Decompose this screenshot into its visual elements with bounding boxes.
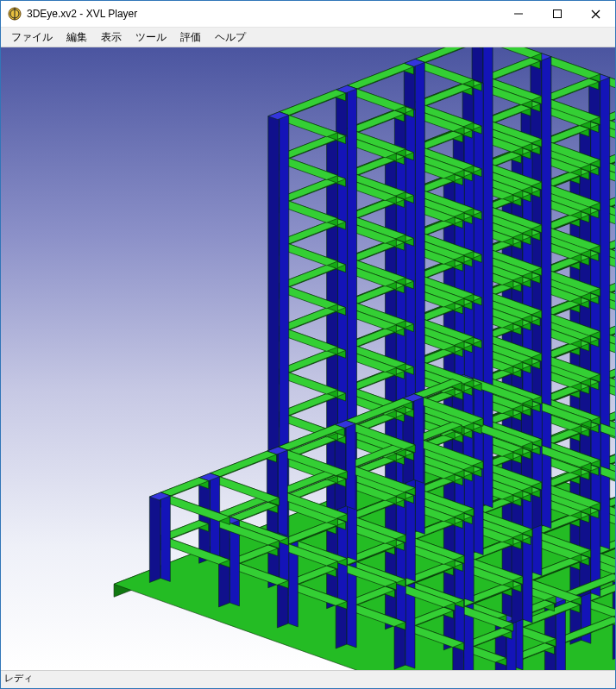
svg-marker-1069 <box>396 153 405 629</box>
svg-marker-315 <box>580 122 591 598</box>
window-title: 3DEye.xv2 - XVL Player <box>27 8 499 20</box>
app-icon <box>8 7 22 21</box>
svg-marker-1084 <box>414 394 424 483</box>
maximize-button[interactable] <box>537 1 576 27</box>
close-button[interactable] <box>576 1 615 27</box>
svg-rect-3 <box>553 10 561 18</box>
app-window: 3DEye.xv2 - XVL Player ファイル 編集 表示 ツール 評価… <box>0 0 616 689</box>
svg-marker-562 <box>542 53 551 529</box>
menu-bar: ファイル 編集 表示 ツール 評価 ヘルプ <box>1 28 615 47</box>
svg-marker-1396 <box>160 492 170 581</box>
svg-marker-1351 <box>278 447 287 536</box>
menu-view[interactable]: 表示 <box>94 28 129 47</box>
model-scene <box>1 47 615 670</box>
svg-marker-1252 <box>346 421 355 510</box>
svg-marker-1395 <box>149 492 160 582</box>
title-bar: 3DEye.xv2 - XVL Player <box>1 1 615 28</box>
svg-marker-956 <box>415 47 481 62</box>
status-text: レディ <box>4 673 33 683</box>
svg-marker-1133 <box>347 63 413 89</box>
svg-line-5 <box>592 10 600 18</box>
window-controls <box>499 1 615 27</box>
svg-marker-1373 <box>211 451 277 477</box>
svg-marker-829 <box>483 47 493 508</box>
status-bar: レディ <box>1 670 615 688</box>
menu-review[interactable]: 評価 <box>173 28 208 47</box>
minimize-button[interactable] <box>499 1 537 27</box>
menu-tool[interactable]: ツール <box>129 28 173 47</box>
menu-help[interactable]: ヘルプ <box>208 28 253 47</box>
menu-file[interactable]: ファイル <box>4 28 60 47</box>
svg-marker-835 <box>464 127 474 602</box>
svg-marker-1068 <box>385 153 396 629</box>
svg-marker-832 <box>474 79 483 554</box>
menu-edit[interactable]: 編集 <box>60 28 94 47</box>
svg-marker-1237 <box>338 133 348 608</box>
svg-line-4 <box>592 10 600 18</box>
svg-marker-1301 <box>280 90 346 116</box>
svg-marker-313 <box>600 74 610 549</box>
viewport-3d[interactable] <box>1 47 615 670</box>
svg-marker-1066 <box>405 106 415 581</box>
svg-marker-1236 <box>327 133 338 609</box>
svg-marker-316 <box>591 122 600 597</box>
